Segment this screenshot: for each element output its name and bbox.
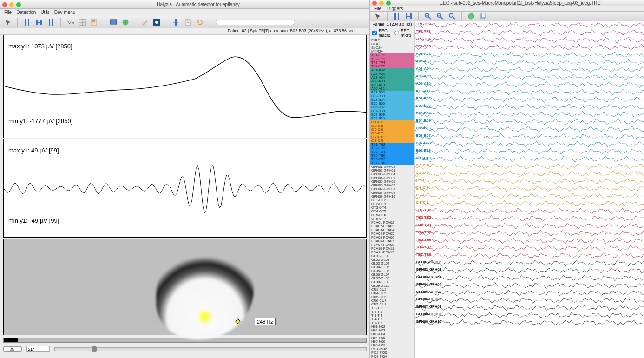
eeg-trace-row[interactable]: TB4-TB5 xyxy=(415,230,644,237)
close-icon[interactable] xyxy=(372,1,377,6)
eeg-trace-row[interactable]: B03-B04 xyxy=(415,111,644,118)
eeg-trace-row[interactable]: TB2-TB3 xyxy=(415,215,644,222)
zoom-icon[interactable] xyxy=(16,2,21,7)
eeg-trace-row[interactable]: GPH07-GPH08 xyxy=(415,304,644,312)
minimize-icon[interactable] xyxy=(9,2,14,7)
eeg-trace-row[interactable]: TP4-TP5 xyxy=(415,44,644,51)
overview-bar[interactable] xyxy=(3,338,367,343)
eeg-trace-row[interactable]: C 5-C 6 xyxy=(415,178,644,185)
zoom-out-icon[interactable] xyxy=(435,12,445,21)
eeg-trace-row[interactable]: C 7-C 8 xyxy=(415,192,644,200)
eeg-trace-row[interactable]: B06-B07 xyxy=(415,133,644,140)
menubar-left[interactable]: FileDetectionUtilsDev menu xyxy=(0,9,369,16)
vertical-bars-icon-2[interactable] xyxy=(46,18,56,27)
range-bars-icon[interactable] xyxy=(34,18,44,27)
menubar-right[interactable]: FileTriggers xyxy=(370,6,644,12)
globe-icon[interactable] xyxy=(467,12,476,21)
eeg-trace-row[interactable]: GPH02-GPH03 xyxy=(415,267,644,274)
eeg-trace-row[interactable]: B01-B02 xyxy=(415,96,644,103)
trace-label: TP2-TP3 xyxy=(416,29,431,33)
eeg-trace-area[interactable]: 3112.20 sec 🔈 TP1-TP2TP2-TP3TP3-TP4TP4-T… xyxy=(414,21,644,358)
vertical-bars-icon[interactable] xyxy=(22,18,32,27)
grid-icon[interactable] xyxy=(78,18,87,27)
eeg-trace-row[interactable]: TP2-TP3 xyxy=(415,29,644,36)
eeg-macro-checkbox[interactable] xyxy=(372,31,377,35)
eeg-trace-row[interactable]: B07-B08 xyxy=(415,140,644,148)
window-controls[interactable] xyxy=(2,2,21,7)
titlebar-right[interactable]: EEG - sub-092_ses-MacroMonopolar02_task-… xyxy=(370,0,644,6)
zoom-icon[interactable] xyxy=(386,1,391,6)
menu-file[interactable]: File xyxy=(374,6,381,11)
eeg-trace-row[interactable]: GPH05-GPH06 xyxy=(415,289,644,297)
eeg-trace-row[interactable]: GPH09-GPH10 xyxy=(415,319,644,326)
menu-dev-menu[interactable]: Dev menu xyxy=(54,10,76,15)
menu-detection[interactable]: Detection xyxy=(16,10,36,15)
eeg-trace-row[interactable]: A01-A02 xyxy=(415,51,644,59)
range-bars-icon[interactable] xyxy=(404,12,414,21)
window-controls[interactable] xyxy=(372,1,391,6)
raw-signal-panel[interactable]: max y1: 1073 µV [2850] min y1: -1777 µV … xyxy=(3,35,367,138)
eeg-trace-row[interactable]: GPH08-GPH09 xyxy=(415,312,644,319)
eeg-trace-row[interactable]: GPH06-GPH07 xyxy=(415,297,644,304)
eeg-trace-row[interactable]: A03-A04 xyxy=(415,66,644,73)
eeg-trace-row[interactable]: GPH03-GPH04 xyxy=(415,274,644,282)
eeg-trace-row[interactable]: B02-B03 xyxy=(415,103,644,111)
time-pos-input[interactable] xyxy=(26,346,50,352)
screen-icon[interactable] xyxy=(109,18,118,27)
eeg-trace-row[interactable]: TP1-TP2 xyxy=(415,21,644,29)
menu-utils[interactable]: Utils xyxy=(40,10,49,15)
eeg-micro-radio[interactable] xyxy=(394,31,399,35)
eeg-trace-row[interactable]: GPH01-GPH02 xyxy=(415,259,644,267)
eeg-trace-row[interactable]: A09-A10 xyxy=(415,81,644,88)
refresh-icon[interactable] xyxy=(195,18,204,27)
focus-icon[interactable] xyxy=(152,18,161,27)
menu-triggers[interactable]: Triggers xyxy=(386,6,403,11)
eeg-trace-row[interactable]: A02-A03 xyxy=(415,59,644,66)
channel-row[interactable]: PI03-PI04 xyxy=(370,355,414,358)
eeg-trace-row[interactable]: B09-B10 xyxy=(415,155,644,163)
close-icon[interactable] xyxy=(2,2,7,7)
channel-list[interactable]: PULS+BEAT+SpO2+MKR2+TP1-TP2TP2-TP3TP3-TP… xyxy=(370,39,414,358)
zoom-reset-icon[interactable] xyxy=(447,12,457,21)
notes-icon[interactable] xyxy=(90,18,99,27)
eeg-trace-row[interactable]: TB5-TB6 xyxy=(415,237,644,245)
playhead-slider[interactable] xyxy=(54,347,367,351)
menu-file[interactable]: File xyxy=(4,10,12,15)
cursor-icon[interactable] xyxy=(3,18,13,27)
speaker-icon[interactable]: 🔈 xyxy=(3,346,22,352)
titlebar-left[interactable]: Halyzia - Automatic detector for epileps… xyxy=(0,0,369,9)
trace-label: TB5-TB6 xyxy=(416,238,431,242)
eeg-trace-row[interactable]: C 6-C 7 xyxy=(415,185,644,192)
export-icon[interactable] xyxy=(183,18,192,27)
eeg-trace-row[interactable]: B04-B05 xyxy=(415,118,644,126)
eeg-trace-row[interactable]: GPH04-GPH05 xyxy=(415,282,644,289)
spectrogram-panel[interactable]: 248 Hz xyxy=(3,239,367,335)
cursor-icon[interactable] xyxy=(373,12,382,21)
filtered-signal-panel[interactable]: max y1: 49 µV [99] min y1: -49 µV [99] xyxy=(3,139,367,238)
eeg-trace-row[interactable]: B05-B06 xyxy=(415,126,644,133)
eeg-trace-row[interactable]: TB3-TB4 xyxy=(415,222,644,230)
trace-label: A10-A11 xyxy=(416,89,431,93)
copy-icon[interactable] xyxy=(479,12,488,21)
eeg-macro-label: EEG-macro xyxy=(379,28,391,38)
eeg-trace-row[interactable]: TB6-TB7 xyxy=(415,245,644,252)
eeg-trace-row[interactable]: C 3-C 5 xyxy=(415,170,644,178)
eeg-trace-row[interactable]: TB1-TB2 xyxy=(415,207,644,215)
eeg-trace-row[interactable]: B08-B09 xyxy=(415,148,644,155)
vertical-bars-icon[interactable] xyxy=(392,12,401,21)
globe-icon[interactable] xyxy=(121,18,130,27)
eeg-trace-row[interactable]: TB7-TB8 xyxy=(415,252,644,259)
eeg-trace-row[interactable]: A10-A11 xyxy=(415,88,644,96)
waveform-icon[interactable] xyxy=(66,18,75,27)
marker-icon[interactable] xyxy=(171,18,180,27)
eeg-trace-row[interactable]: C 1-C 2 xyxy=(415,163,644,170)
toolbar-right[interactable] xyxy=(370,12,644,21)
brush-icon[interactable] xyxy=(140,18,149,27)
progress-slider[interactable] xyxy=(216,20,295,25)
eeg-trace-row[interactable]: C 8-C 9 xyxy=(415,200,644,207)
toolbar-left[interactable] xyxy=(0,16,369,28)
eeg-trace-row[interactable]: A08-A09 xyxy=(415,73,644,81)
eeg-trace-row[interactable]: TP3-TP4 xyxy=(415,36,644,44)
zoom-in-icon[interactable] xyxy=(423,12,433,21)
minimize-icon[interactable] xyxy=(379,1,384,6)
